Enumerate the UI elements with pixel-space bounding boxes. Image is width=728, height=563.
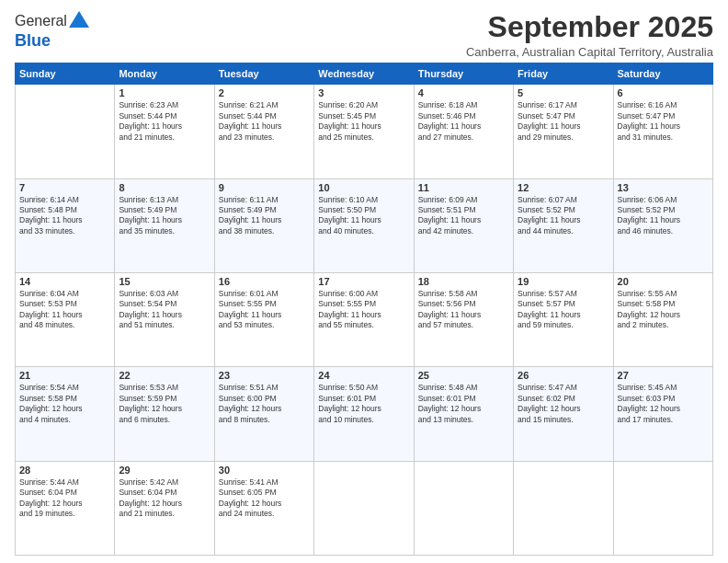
cell-date-number: 15 [119,276,210,287]
col-wednesday: Wednesday [314,63,414,85]
calendar-week-row: 28Sunrise: 5:44 AMSunset: 6:04 PMDayligh… [16,461,713,555]
cell-date-number: 22 [119,370,210,381]
table-row: 26Sunrise: 5:47 AMSunset: 6:02 PMDayligh… [514,367,613,461]
cell-info: Sunrise: 6:23 AMSunset: 5:44 PMDaylight:… [119,100,210,143]
table-row: 19Sunrise: 5:57 AMSunset: 5:57 PMDayligh… [514,272,613,366]
cell-info: Sunrise: 6:20 AMSunset: 5:45 PMDaylight:… [318,100,409,143]
title-block: September 2025 Canberra, Australian Capi… [466,11,713,59]
cell-date-number: 8 [119,182,210,193]
month-title: September 2025 [466,11,713,43]
logo: General Blue [15,11,89,51]
cell-info: Sunrise: 6:13 AMSunset: 5:49 PMDaylight:… [119,195,210,237]
cell-info: Sunrise: 5:42 AMSunset: 6:04 PMDaylight:… [119,477,210,520]
cell-info: Sunrise: 5:44 AMSunset: 6:04 PMDaylight:… [19,477,110,520]
cell-date-number: 19 [518,276,609,287]
table-row: 18Sunrise: 5:58 AMSunset: 5:56 PMDayligh… [414,272,513,366]
cell-date-number: 26 [518,370,609,381]
cell-date-number: 4 [418,87,509,98]
logo-triangle-icon [69,11,89,31]
cell-date-number: 17 [318,276,409,287]
table-row: 25Sunrise: 5:48 AMSunset: 6:01 PMDayligh… [414,367,513,461]
table-row: 2Sunrise: 6:21 AMSunset: 5:44 PMDaylight… [214,85,313,178]
cell-date-number: 30 [219,465,310,476]
table-row: 11Sunrise: 6:09 AMSunset: 5:51 PMDayligh… [414,178,513,272]
cell-date-number: 11 [418,182,509,193]
cell-date-number: 6 [618,87,709,98]
table-row: 30Sunrise: 5:41 AMSunset: 6:05 PMDayligh… [214,461,313,555]
cell-date-number: 10 [318,182,409,193]
table-row: 28Sunrise: 5:44 AMSunset: 6:04 PMDayligh… [16,461,115,555]
table-row: 9Sunrise: 6:11 AMSunset: 5:49 PMDaylight… [214,178,313,272]
cell-info: Sunrise: 5:51 AMSunset: 6:00 PMDaylight:… [219,383,310,425]
table-row: 6Sunrise: 6:16 AMSunset: 5:47 PMDaylight… [613,85,712,178]
cell-date-number: 28 [19,465,110,476]
cell-date-number: 5 [518,87,609,98]
cell-date-number: 2 [219,87,310,98]
table-row [414,461,513,555]
table-row: 20Sunrise: 5:55 AMSunset: 5:58 PMDayligh… [613,272,712,366]
table-row: 29Sunrise: 5:42 AMSunset: 6:04 PMDayligh… [115,461,214,555]
calendar-header-row: Sunday Monday Tuesday Wednesday Thursday… [16,63,713,85]
cell-date-number: 27 [618,370,709,381]
table-row [613,461,712,555]
cell-info: Sunrise: 5:45 AMSunset: 6:03 PMDaylight:… [618,383,709,425]
col-sunday: Sunday [16,63,115,85]
table-row: 17Sunrise: 6:00 AMSunset: 5:55 PMDayligh… [314,272,414,366]
col-tuesday: Tuesday [214,63,313,85]
cell-date-number: 21 [19,370,110,381]
col-thursday: Thursday [414,63,513,85]
cell-info: Sunrise: 6:14 AMSunset: 5:48 PMDaylight:… [19,195,110,237]
table-row: 15Sunrise: 6:03 AMSunset: 5:54 PMDayligh… [115,272,214,366]
cell-date-number: 7 [19,182,110,193]
col-monday: Monday [115,63,214,85]
cell-date-number: 14 [19,276,110,287]
cell-info: Sunrise: 5:47 AMSunset: 6:02 PMDaylight:… [518,383,609,425]
cell-date-number: 29 [119,465,210,476]
header: General Blue September 2025 Canberra, Au… [15,11,713,59]
cell-info: Sunrise: 6:09 AMSunset: 5:51 PMDaylight:… [418,195,509,237]
cell-date-number: 13 [618,182,709,193]
cell-info: Sunrise: 5:53 AMSunset: 5:59 PMDaylight:… [119,383,210,425]
cell-date-number: 16 [219,276,310,287]
logo-general-text: General [15,13,67,29]
cell-info: Sunrise: 6:04 AMSunset: 5:53 PMDaylight:… [19,289,110,331]
cell-date-number: 25 [418,370,509,381]
subtitle: Canberra, Australian Capital Territory, … [466,45,713,59]
table-row [16,85,115,178]
cell-date-number: 12 [518,182,609,193]
cell-date-number: 1 [119,87,210,98]
cell-info: Sunrise: 6:11 AMSunset: 5:49 PMDaylight:… [219,195,310,237]
table-row: 10Sunrise: 6:10 AMSunset: 5:50 PMDayligh… [314,178,414,272]
cell-info: Sunrise: 6:18 AMSunset: 5:46 PMDaylight:… [418,100,509,143]
table-row: 12Sunrise: 6:07 AMSunset: 5:52 PMDayligh… [514,178,613,272]
cell-info: Sunrise: 5:48 AMSunset: 6:01 PMDaylight:… [418,383,509,425]
table-row: 24Sunrise: 5:50 AMSunset: 6:01 PMDayligh… [314,367,414,461]
cell-date-number: 9 [219,182,310,193]
table-row: 7Sunrise: 6:14 AMSunset: 5:48 PMDaylight… [16,178,115,272]
table-row: 27Sunrise: 5:45 AMSunset: 6:03 PMDayligh… [613,367,712,461]
cell-info: Sunrise: 6:16 AMSunset: 5:47 PMDaylight:… [618,100,709,143]
cell-info: Sunrise: 5:41 AMSunset: 6:05 PMDaylight:… [219,477,310,520]
cell-date-number: 24 [318,370,409,381]
table-row: 23Sunrise: 5:51 AMSunset: 6:00 PMDayligh… [214,367,313,461]
table-row: 4Sunrise: 6:18 AMSunset: 5:46 PMDaylight… [414,85,513,178]
table-row: 22Sunrise: 5:53 AMSunset: 5:59 PMDayligh… [115,367,214,461]
cell-date-number: 3 [318,87,409,98]
table-row: 13Sunrise: 6:06 AMSunset: 5:52 PMDayligh… [613,178,712,272]
cell-info: Sunrise: 6:21 AMSunset: 5:44 PMDaylight:… [219,100,310,143]
cell-info: Sunrise: 6:10 AMSunset: 5:50 PMDaylight:… [318,195,409,237]
cell-info: Sunrise: 5:54 AMSunset: 5:58 PMDaylight:… [19,383,110,425]
table-row: 8Sunrise: 6:13 AMSunset: 5:49 PMDaylight… [115,178,214,272]
table-row: 16Sunrise: 6:01 AMSunset: 5:55 PMDayligh… [214,272,313,366]
calendar-week-row: 21Sunrise: 5:54 AMSunset: 5:58 PMDayligh… [16,367,713,461]
table-row: 1Sunrise: 6:23 AMSunset: 5:44 PMDaylight… [115,85,214,178]
calendar-week-row: 7Sunrise: 6:14 AMSunset: 5:48 PMDaylight… [16,178,713,272]
table-row: 21Sunrise: 5:54 AMSunset: 5:58 PMDayligh… [16,367,115,461]
cell-date-number: 23 [219,370,310,381]
svg-marker-0 [69,11,89,28]
table-row [314,461,414,555]
col-saturday: Saturday [613,63,712,85]
cell-date-number: 18 [418,276,509,287]
table-row [514,461,613,555]
cell-info: Sunrise: 6:00 AMSunset: 5:55 PMDaylight:… [318,289,409,331]
